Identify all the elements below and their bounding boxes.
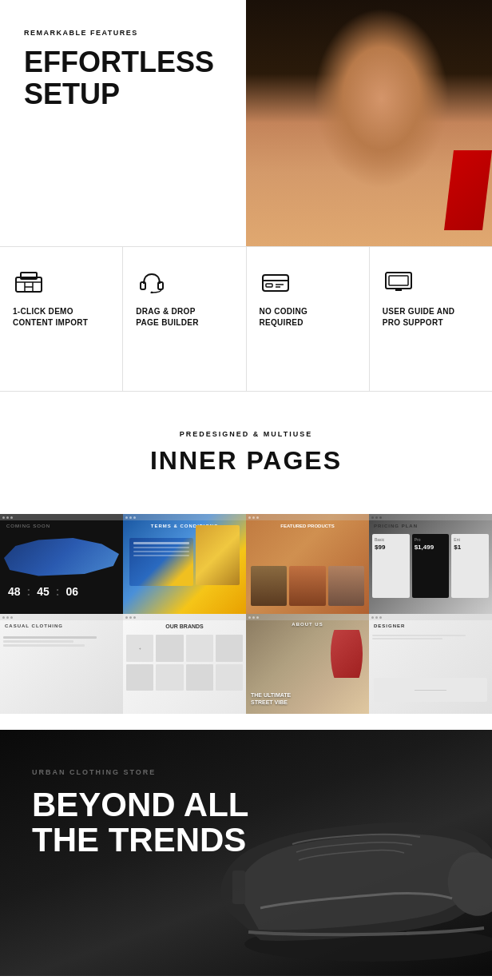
feature-user-guide: USER GUIDE AND PRO SUPPORT [370,247,492,391]
inner-pages-title: INNER PAGES [0,446,492,476]
gallery-item-designer[interactable]: DESIGNER [369,614,492,714]
gallery-item-pricing[interactable]: PRICING PLAN Basic $99 Pro $1,499 Ent $1 [369,514,492,614]
svg-rect-15 [389,276,408,285]
svg-rect-6 [141,282,145,289]
feature-demo-import: 1-CLICK DEMO CONTENT IMPORT [0,247,123,391]
svg-rect-7 [158,282,163,289]
gallery-thumb-terms: TERMS & CONDITIONS [123,514,246,614]
inner-pages-header: PREDESIGNED & MULTIUSE INNER PAGES [0,392,492,514]
gallery-item-featured[interactable]: FEATURED PRODUCTS [246,514,369,614]
hero-text-block: REMARKABLE FEATURES EFFORTLESS SETUP [0,0,246,246]
hero-photo [246,0,492,246]
sneaker-eyebrow: URBAN CLOTHING STORE [32,768,460,776]
svg-rect-11 [266,284,272,287]
feature-label-drag-drop: DRAG & DROP PAGE BUILDER [136,306,198,329]
svg-rect-9 [263,275,288,291]
inner-pages-eyebrow: PREDESIGNED & MULTIUSE [0,430,492,438]
adidas-stripe [444,150,492,230]
feature-no-coding: NO CODING REQUIRED [247,247,370,391]
gallery-thumb-brands: OUR BRANDS + [123,614,246,714]
sneaker-hero: URBAN CLOTHING STORE BEYOND ALL THE TREN… [0,730,492,976]
features-section: 1-CLICK DEMO CONTENT IMPORT DRAG & DROP … [0,246,492,392]
gallery-thumb-casual: CASUAL CLOTHING [0,614,123,714]
svg-point-8 [151,292,153,294]
gallery-item-coming-soon[interactable]: COMING SOON 48 : 45 : 06 [0,514,123,614]
hero-eyebrow: REMARKABLE FEATURES [24,29,222,37]
gallery-item-terms[interactable]: TERMS & CONDITIONS [123,514,246,614]
sneaker-title: BEYOND ALL THE TRENDS [32,787,288,858]
svg-rect-20 [232,870,245,904]
svg-rect-14 [386,273,411,289]
gallery-item-about[interactable]: ABOUT US THE ULTIMATESTREET VIBE [246,614,369,714]
hero-section: REMARKABLE FEATURES EFFORTLESS SETUP [0,0,492,246]
inner-pages-section: PREDESIGNED & MULTIUSE INNER PAGES COMIN… [0,392,492,714]
gallery-thumb-featured: FEATURED PRODUCTS [246,514,369,614]
hero-title: EFFORTLESS SETUP [24,46,222,110]
gallery-item-brands[interactable]: OUR BRANDS + [123,614,246,714]
gallery-item-casual[interactable]: CASUAL CLOTHING [0,614,123,714]
gallery-grid: COMING SOON 48 : 45 : 06 TERMS & CONDITI… [0,514,492,714]
gallery-thumb-pricing: PRICING PLAN Basic $99 Pro $1,499 Ent $1 [369,514,492,614]
feature-drag-drop: DRAG & DROP PAGE BUILDER [123,247,246,391]
features-grid: 1-CLICK DEMO CONTENT IMPORT DRAG & DROP … [0,246,492,392]
gallery-thumb-coming-soon: COMING SOON 48 : 45 : 06 [0,514,123,614]
feature-label-user-guide: USER GUIDE AND PRO SUPPORT [383,306,455,329]
sneaker-hero-section: URBAN CLOTHING STORE BEYOND ALL THE TREN… [0,730,492,976]
feature-label-demo-import: 1-CLICK DEMO CONTENT IMPORT [13,306,88,329]
box-icon [13,269,45,295]
card-icon [260,269,292,295]
gallery-thumb-about: ABOUT US THE ULTIMATESTREET VIBE [246,614,369,714]
feature-label-no-coding: NO CODING REQUIRED [260,306,308,329]
gallery-thumb-designer: DESIGNER [369,614,492,714]
hero-image [246,0,492,246]
monitor-icon [383,269,415,295]
headset-icon [136,269,168,295]
